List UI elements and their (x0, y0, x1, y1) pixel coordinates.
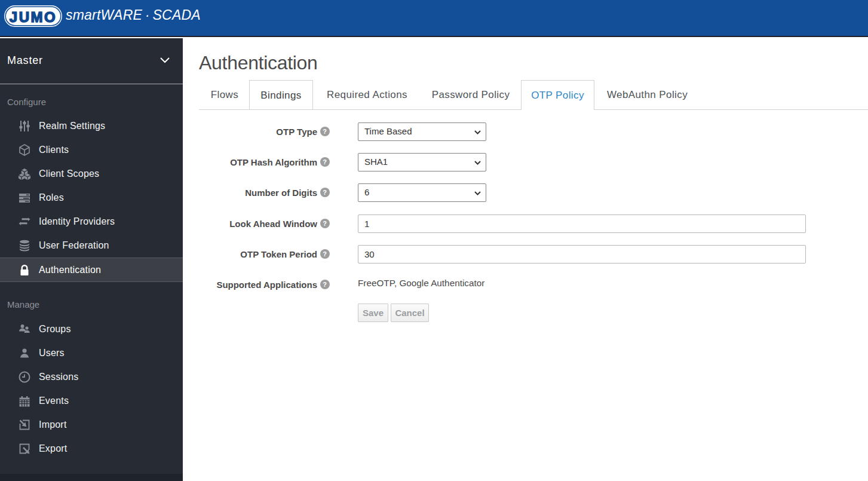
svg-text:JUMO: JUMO (10, 9, 57, 25)
